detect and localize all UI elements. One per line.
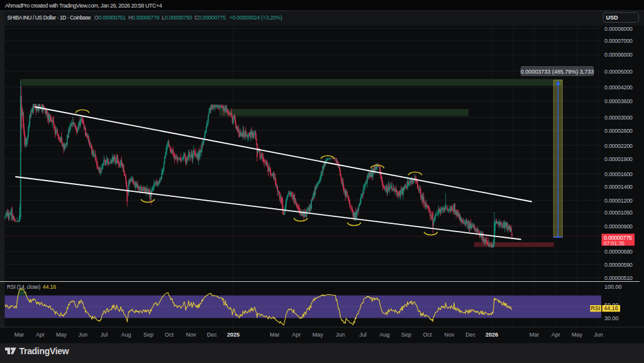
svg-text:Jun: Jun — [594, 332, 603, 338]
svg-text:0.00007000: 0.00007000 — [604, 38, 633, 44]
svg-text:0.00002600: 0.00002600 — [604, 128, 633, 134]
svg-text:O0.00000751H0.00000779L0.00000: O0.00000751H0.00000779L0.00000750C0.0000… — [94, 14, 282, 21]
svg-text:Jul: Jul — [359, 332, 367, 338]
svg-text:0.00004200: 0.00004200 — [604, 84, 633, 91]
svg-text:Dec: Dec — [465, 332, 476, 338]
svg-text:0.00000510: 0.00000510 — [604, 275, 633, 281]
svg-text:Jul: Jul — [101, 332, 108, 338]
svg-text:0.00003000: 0.00003000 — [604, 114, 633, 121]
svg-text:44.16: 44.16 — [604, 305, 618, 311]
svg-text:0.00001900: 0.00001900 — [604, 156, 633, 162]
svg-text:0.00006000: 0.00006000 — [604, 52, 633, 58]
svg-text:0.00000590: 0.00000590 — [604, 262, 633, 268]
svg-text:May: May — [56, 332, 67, 338]
svg-text:0.00001200: 0.00001200 — [604, 198, 633, 204]
svg-text:Mar: Mar — [270, 332, 280, 338]
svg-text:0.00000680: 0.00000680 — [604, 249, 633, 255]
svg-text:AhmadPro created with TradingV: AhmadPro created with TradingView.com, J… — [5, 3, 162, 9]
svg-text:Sep: Sep — [401, 332, 411, 338]
svg-text:100.00: 100.00 — [604, 284, 622, 290]
svg-text:Oct: Oct — [423, 332, 433, 338]
svg-text:0.00001400: 0.00001400 — [604, 184, 633, 190]
svg-text:May: May — [313, 332, 324, 338]
svg-text:0.00005000: 0.00005000 — [604, 69, 633, 75]
svg-text:0.00003600: 0.00003600 — [604, 98, 633, 104]
svg-text:Mar: Mar — [14, 332, 25, 338]
svg-text:Aug: Aug — [121, 332, 131, 338]
svg-text:Aug: Aug — [380, 332, 390, 338]
svg-text:2026: 2026 — [486, 332, 498, 338]
svg-text:0.00000900: 0.00000900 — [604, 223, 633, 230]
svg-text:Dec: Dec — [207, 332, 218, 338]
svg-text:Sep: Sep — [143, 332, 153, 338]
svg-text:May: May — [572, 332, 583, 338]
svg-text:Jun: Jun — [336, 332, 345, 338]
svg-text:0.00001600: 0.00001600 — [604, 171, 633, 177]
svg-text:USD: USD — [606, 14, 619, 21]
svg-text:Oct: Oct — [165, 332, 174, 338]
svg-text:0.00001050: 0.00001050 — [604, 209, 633, 216]
svg-text:44.16: 44.16 — [43, 284, 57, 290]
svg-text:30.00: 30.00 — [604, 315, 619, 321]
svg-text:Nov: Nov — [186, 332, 197, 338]
svg-text:RSI: RSI — [591, 305, 600, 311]
svg-text:Apr: Apr — [36, 332, 45, 338]
svg-text:0.00002200: 0.00002200 — [604, 143, 633, 149]
svg-text:Jun: Jun — [79, 332, 88, 338]
svg-text:0.00008000: 0.00008000 — [604, 26, 633, 32]
svg-text:07:01:35: 07:01:35 — [604, 240, 625, 247]
svg-text:0.00003733 (485.79%) 3,733: 0.00003733 (485.79%) 3,733 — [521, 69, 594, 75]
svg-text:TradingView: TradingView — [19, 346, 69, 356]
svg-text:RSI (14, close): RSI (14, close) — [7, 284, 41, 290]
svg-text:SHIBA INU / US Dollar · 1D · C: SHIBA INU / US Dollar · 1D · Coinbase — [8, 14, 91, 21]
svg-text:2025: 2025 — [227, 332, 240, 338]
svg-text:Nov: Nov — [444, 332, 455, 338]
svg-text:Apr: Apr — [292, 332, 301, 338]
svg-text:Apr: Apr — [552, 332, 560, 338]
svg-text:Mar: Mar — [530, 332, 540, 338]
